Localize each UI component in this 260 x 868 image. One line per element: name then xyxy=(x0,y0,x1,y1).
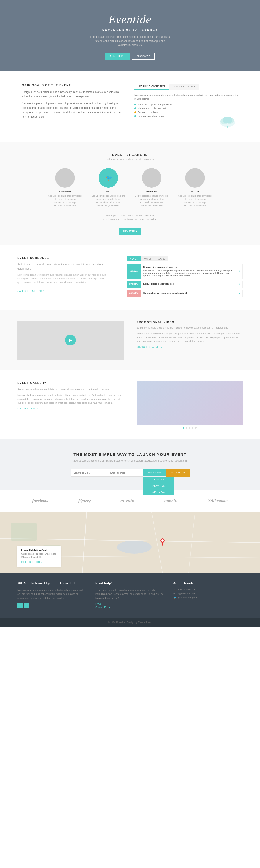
expand-icon-1[interactable]: + xyxy=(236,264,243,279)
speaker-avatar-edward xyxy=(55,168,75,188)
promo-desc1: Sed ut perspiciatis unde omnis iste natu… xyxy=(137,326,243,330)
footer-copyright: © 2014 Eventide. Design by ThemeForest xyxy=(108,621,152,624)
speakers-section: EVENT SPEAKERS Sed ut perspiciatis unde … xyxy=(0,142,260,245)
speaker-name-edward: EDWARD xyxy=(48,190,82,193)
gallery-dot-4[interactable] xyxy=(192,427,193,429)
plan-dropdown: 1 Day - $15 2 Day - $25 3 Day - $40 xyxy=(143,476,174,495)
sched-tab-nov18[interactable]: NOV 18 xyxy=(127,256,141,261)
goals-tab-text: Nemo enim ipsam voluptatem quia voluptas… xyxy=(134,93,238,101)
gallery-image xyxy=(137,381,243,425)
dot-icon xyxy=(134,115,136,117)
footer-col2-text: If you need help with something else ple… xyxy=(95,588,165,600)
hero-date: NOVEMBER 08-10 | SYDNEY xyxy=(4,28,256,31)
list-item: Neque porro quisquam est xyxy=(134,107,238,110)
cloud-illustration xyxy=(217,113,238,128)
expand-icon-3[interactable]: + xyxy=(236,290,243,297)
get-direction-link[interactable]: GET DIRECTION » xyxy=(21,561,42,563)
goals-title: MAIN GOALS OF THE EVENT xyxy=(22,84,126,87)
map-address: Clarke Island · 41 Yasko Umer RoadWherev… xyxy=(21,552,57,559)
plan-option-3day[interactable]: 3 Day - $40 xyxy=(143,489,174,495)
dot-icon xyxy=(134,111,136,113)
speaker-desc-nathan: Sed ut perspiciatis unde omnis iste natu… xyxy=(134,194,169,207)
play-button[interactable]: ▶ xyxy=(65,335,76,345)
social-twitter-icon[interactable]: t xyxy=(24,603,30,608)
sched-tab-nov20[interactable]: NOV 20 xyxy=(154,256,169,261)
sched-content-1: Nemo enim ipsam voluptatem Nemo enim ips… xyxy=(141,264,236,279)
footer-social: f t xyxy=(17,603,87,608)
logo-tumblr: tumblr. xyxy=(164,498,177,503)
video-placeholder[interactable]: ▶ xyxy=(17,320,123,360)
phone-icon: 📞 xyxy=(173,588,176,591)
expand-icon-2[interactable]: + xyxy=(236,281,243,288)
register-button[interactable]: REGISTER ✦ xyxy=(105,53,130,60)
gallery-title: EVENT GALLERY xyxy=(17,381,123,384)
speaker-desc-lucy: Sed ut perspiciatis unde omnis iste natu… xyxy=(91,194,126,207)
footer-twitter: 🐦 @eventideeagent xyxy=(173,596,243,599)
footer-faq-link[interactable]: FAQs xyxy=(95,602,165,605)
launch-section: THE MOST SIMPLE WAY TO LAUNCH YOUR EVENT… xyxy=(0,439,260,490)
schedule-desc1: Sed ut perspiciatis unde omnis iste natu… xyxy=(17,262,114,271)
flickr-link[interactable]: FLICKR STREAM » xyxy=(17,407,38,410)
footer-section: 253 People Have Signed In Since Juli Nem… xyxy=(0,573,260,627)
gallery-dot-1[interactable] xyxy=(183,427,184,429)
dot-icon xyxy=(134,103,136,105)
gallery-dot-5[interactable] xyxy=(195,427,196,429)
launch-title: THE MOST SIMPLE WAY TO LAUNCH YOUR EVENT xyxy=(17,453,243,457)
footer-contact-link[interactable]: Contact Form xyxy=(95,606,165,609)
footer-col-1: 253 People Have Signed In Since Juli Nem… xyxy=(17,582,87,609)
logo-facebook: facebook xyxy=(32,498,48,503)
speakers-title: EVENT SPEAKERS xyxy=(17,153,243,156)
gallery-dot-2[interactable] xyxy=(186,427,187,429)
speaker-avatar-nathan xyxy=(142,168,161,188)
footer-col-3: Get In Touch 📞 +62 852 528 2301 ✉ hi@eve… xyxy=(173,582,243,609)
logo-envato: envato xyxy=(120,498,134,503)
discover-button[interactable]: DISCOVER xyxy=(132,53,155,60)
svg-rect-15 xyxy=(11,523,37,540)
youtube-link[interactable]: YOUTUBE CHANNEL » xyxy=(137,346,162,348)
footer-col2-title: Need Help? xyxy=(95,582,165,585)
map-section: Lorem Exhibition Centre Clarke Island · … xyxy=(0,512,260,573)
speaker-card-lucy: 🐦 LUCY Sed ut perspiciatis unde omnis is… xyxy=(91,168,126,207)
speaker-avatar-jacob xyxy=(185,168,205,188)
all-schedule-link[interactable]: » ALL SCHEDULE (PDF) xyxy=(17,290,44,292)
speaker-name-nathan: NATHAN xyxy=(134,190,169,193)
speakers-register-button[interactable]: REGISTER ✦ xyxy=(119,228,141,235)
promo-desc2: Nemo enim ipsam voluptatem quia voluptas… xyxy=(137,332,243,343)
speaker-card-edward: EDWARD Sed ut perspiciatis unde omnis is… xyxy=(48,168,82,207)
schedule-section: EVENT SCHEDULE Sed ut perspiciatis unde … xyxy=(0,245,260,310)
footer-phone: 📞 +62 852 528 2301 xyxy=(173,588,243,591)
logo-atlassian: ✕Atlassian xyxy=(207,498,228,503)
speaker-desc-jacob: Sed ut perspiciatis unde omnis iste natu… xyxy=(178,194,212,207)
social-facebook-icon[interactable]: f xyxy=(17,603,23,608)
dot-icon xyxy=(134,107,136,109)
speakers-subtitle: Sed ut perspiciatis unde omnis iste natu… xyxy=(17,158,243,160)
hero-description: Lorem ipsum dolor sit amet, consectetur … xyxy=(89,35,171,48)
tab-learning-objective[interactable]: LEARNING OBJECTIVE xyxy=(134,84,169,90)
speakers-cta: Sed ut perspiciatis unde omnis iste natu… xyxy=(17,214,243,235)
footer-email: ✉ hi@eventide.com xyxy=(173,592,243,595)
select-plan-button[interactable]: Select Plan ▾ xyxy=(143,469,166,476)
sched-time-3: 06:30 PM xyxy=(127,290,141,297)
sched-tab-nov19[interactable]: NOV 19 xyxy=(141,256,154,261)
gallery-dot-3[interactable] xyxy=(189,427,190,429)
svg-point-3 xyxy=(223,117,232,123)
footer-bottom: © 2014 Eventide. Design by ThemeForest xyxy=(0,618,260,627)
speaker-card-nathan: NATHAN Sed ut perspiciatis unde omnis is… xyxy=(134,168,169,207)
speaker-name-lucy: LUCY xyxy=(91,190,126,193)
hero-logo: Eventide xyxy=(4,13,256,26)
plan-option-2day[interactable]: 2 Day - $25 xyxy=(143,483,174,489)
speaker-avatar-lucy: 🐦 xyxy=(99,168,118,188)
goals-desc1: Design must be functional, and functiona… xyxy=(22,90,126,99)
speaker-desc-edward: Sed ut perspiciatis unde omnis iste natu… xyxy=(48,194,82,207)
launch-form: Select Plan ▾ 1 Day - $15 2 Day - $25 3 … xyxy=(54,469,206,476)
schedule-item-3: 06:30 PM Quis autem vel eum iure reprehe… xyxy=(127,290,243,297)
logo-jquery: jQuery xyxy=(78,498,90,503)
gallery-section: EVENT GALLERY Sed ut perspiciatis unde o… xyxy=(0,370,260,439)
name-input[interactable] xyxy=(71,469,107,476)
email-input[interactable] xyxy=(107,469,143,476)
launch-register-button[interactable]: REGISTER ✦ xyxy=(166,469,189,476)
sched-content-3: Quis autem vel eum iure reprehenderit xyxy=(141,290,236,297)
plan-option-1day[interactable]: 1 Day - $15 xyxy=(143,476,174,483)
tab-target-audience[interactable]: TARGET AUDIENCE xyxy=(169,84,199,90)
logos-section: facebook jQuery envato tumblr. ✕Atlassia… xyxy=(0,490,260,512)
